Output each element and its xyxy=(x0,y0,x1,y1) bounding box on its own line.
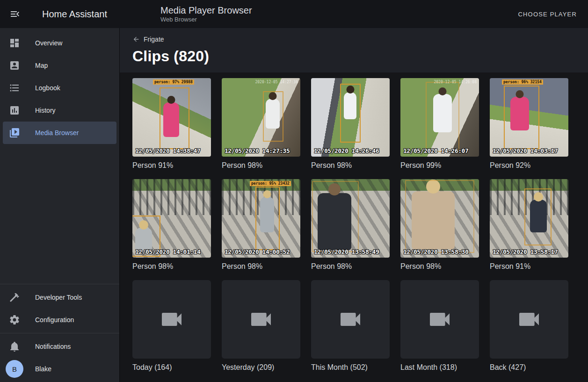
clip-caption: Person 99% xyxy=(400,161,479,170)
folder-thumbnail xyxy=(490,280,568,359)
sidebar-item-configuration[interactable]: Configuration xyxy=(3,309,116,331)
detection-bbox xyxy=(312,181,359,252)
folder-thumbnail xyxy=(222,280,300,359)
clip-caption: Person 98% xyxy=(311,161,390,170)
clip-thumbnail: 2020-12-05 14:26:08 12/05/2020 14:26:07 xyxy=(400,78,479,157)
dashboard-icon xyxy=(9,37,20,49)
hammer-icon xyxy=(9,292,20,303)
top-app-bar: Home Assistant Media Player Browser Web … xyxy=(0,0,588,28)
player-subtitle: Web Browser xyxy=(160,16,252,23)
clip-caption: Person 98% xyxy=(222,262,300,271)
detection-bbox xyxy=(426,82,459,152)
clip-tile[interactable]: 12/05/2020 14:26:46 Person 98% xyxy=(311,78,390,170)
bell-icon xyxy=(9,341,20,352)
video-icon xyxy=(427,306,453,332)
folder-tile-last-month[interactable]: Last Month (318) xyxy=(400,280,479,372)
clip-caption: Person 98% xyxy=(132,262,211,271)
clip-tile[interactable]: 12/05/2020 13:58:49 Person 98% xyxy=(311,179,390,271)
folder-label: Today (164) xyxy=(132,363,211,372)
sidebar-item-label: Developer Tools xyxy=(35,294,82,301)
clip-tile[interactable]: 12/05/2020 13:58:17 Person 91% xyxy=(490,179,568,271)
sidebar-item-label: Notifications xyxy=(35,343,71,350)
page-heading: Media Player Browser xyxy=(160,5,252,16)
sidebar-item-history[interactable]: History xyxy=(3,99,116,122)
clip-caption: Person 98% xyxy=(311,262,390,271)
gear-icon xyxy=(9,314,20,325)
list-bulleted-icon xyxy=(9,82,20,94)
sidebar-item-label: History xyxy=(35,107,56,114)
video-icon xyxy=(516,306,542,332)
clip-timestamp-overlay: 12/05/2020 14:00:52 xyxy=(225,248,290,255)
folder-thumbnail xyxy=(400,280,479,359)
folder-tile-yesterday[interactable]: Yesterday (209) xyxy=(222,280,300,372)
clip-caption: Person 92% xyxy=(490,161,568,170)
detection-bbox xyxy=(405,180,474,253)
sidebar-item-map[interactable]: Map xyxy=(3,54,116,77)
folder-thumbnail xyxy=(132,280,211,359)
detection-label: person: 96% 32154 xyxy=(502,79,543,85)
sidebar-item-notifications[interactable]: Notifications xyxy=(3,335,116,358)
clip-tile[interactable]: 2020-12-05 14:26:08 12/05/2020 14:26:07 … xyxy=(400,78,479,170)
play-box-multiple-icon xyxy=(9,127,20,138)
arrow-left-icon xyxy=(132,36,140,43)
clip-timestamp-overlay: 12/05/2020 14:26:07 xyxy=(403,147,468,154)
folder-tile-today[interactable]: Today (164) xyxy=(132,280,211,372)
folder-tile-this-month[interactable]: This Month (502) xyxy=(311,280,390,372)
folder-label: This Month (502) xyxy=(311,363,390,372)
detection-bbox xyxy=(524,188,552,245)
sidebar-nav: Overview Map Logbook xyxy=(0,32,119,144)
clip-tile[interactable]: person: 97% 29988 12/05/2020 14:38:47 Pe… xyxy=(132,78,211,170)
account-box-icon xyxy=(9,60,20,71)
camera-osd-timestamp: 2020-12-05 14:26:08 xyxy=(434,80,477,84)
sidebar-item-label: Overview xyxy=(35,39,62,47)
sidebar-item-profile[interactable]: B Blake xyxy=(3,358,116,380)
clip-tile[interactable]: 12/05/2020 13:58:30 Person 98% xyxy=(400,179,479,271)
clip-tile[interactable]: person: 96% 32154 12/05/2020 14:03:17 Pe… xyxy=(490,78,568,170)
breadcrumb-back[interactable]: Frigate xyxy=(132,36,164,43)
media-browser-panel: Frigate Clips (820) person: 97% 29988 12… xyxy=(120,28,588,382)
clip-timestamp-overlay: 12/05/2020 13:58:49 xyxy=(314,248,379,255)
user-name: Blake xyxy=(35,365,51,373)
video-icon xyxy=(337,306,363,332)
clip-timestamp-overlay: 12/05/2020 14:26:46 xyxy=(314,147,379,154)
camera-osd-timestamp: 2020-12-05 14:27:36 xyxy=(255,80,298,84)
toolbar: Media Player Browser Web Browser CHOOSE … xyxy=(120,0,588,28)
media-scroll-area[interactable]: person: 97% 29988 12/05/2020 14:38:47 Pe… xyxy=(120,72,588,382)
choose-player-button[interactable]: CHOOSE PLAYER xyxy=(513,7,581,22)
folder-thumbnail xyxy=(311,280,390,359)
breadcrumb-label: Frigate xyxy=(144,36,164,43)
avatar: B xyxy=(6,360,23,378)
sidebar-item-developer-tools[interactable]: Developer Tools xyxy=(3,286,116,309)
sidebar-divider xyxy=(0,284,119,284)
clip-timestamp-overlay: 12/05/2020 13:58:17 xyxy=(493,248,558,255)
clip-tile[interactable]: person: 95% 23432 12/05/2020 14:00:52 Pe… xyxy=(222,179,300,271)
clip-thumbnail: person: 95% 23432 12/05/2020 14:00:52 xyxy=(222,179,300,258)
detection-bbox xyxy=(340,84,361,143)
sidebar-item-label: Configuration xyxy=(35,316,74,324)
clip-tile[interactable]: 2020-12-05 14:27:36 12/05/2020 14:27:35 … xyxy=(222,78,300,170)
folder-label: Back (427) xyxy=(490,363,568,372)
sidebar-item-media-browser[interactable]: Media Browser xyxy=(3,122,116,144)
video-icon xyxy=(159,306,185,332)
chart-box-icon xyxy=(9,105,20,116)
sidebar-item-logbook[interactable]: Logbook xyxy=(3,77,116,99)
clip-thumbnail: 12/05/2020 14:01:14 xyxy=(132,179,211,258)
clip-caption: Person 91% xyxy=(490,262,568,271)
sidebar-item-overview[interactable]: Overview xyxy=(3,32,116,54)
clip-caption: Person 98% xyxy=(222,161,300,170)
clip-thumbnail: person: 97% 29988 12/05/2020 14:38:47 xyxy=(132,78,211,157)
content-header: Frigate Clips (820) xyxy=(120,28,588,72)
clip-tile[interactable]: 12/05/2020 14:01:14 Person 98% xyxy=(132,179,211,271)
page-title: Clips (820) xyxy=(132,48,575,65)
detection-bbox xyxy=(263,91,283,142)
detection-bbox xyxy=(255,187,280,250)
clip-thumbnail: 12/05/2020 13:58:49 xyxy=(311,179,390,258)
folder-tile-back[interactable]: Back (427) xyxy=(490,280,568,372)
sidebar-divider xyxy=(0,333,119,333)
clip-thumbnail: 12/05/2020 14:26:46 xyxy=(311,78,390,157)
sidebar: Overview Map Logbook xyxy=(0,28,120,382)
folder-label: Last Month (318) xyxy=(400,363,479,372)
clip-timestamp-overlay: 12/05/2020 13:58:30 xyxy=(403,248,468,255)
menu-open-icon[interactable] xyxy=(9,8,21,20)
detection-bbox xyxy=(504,86,539,149)
